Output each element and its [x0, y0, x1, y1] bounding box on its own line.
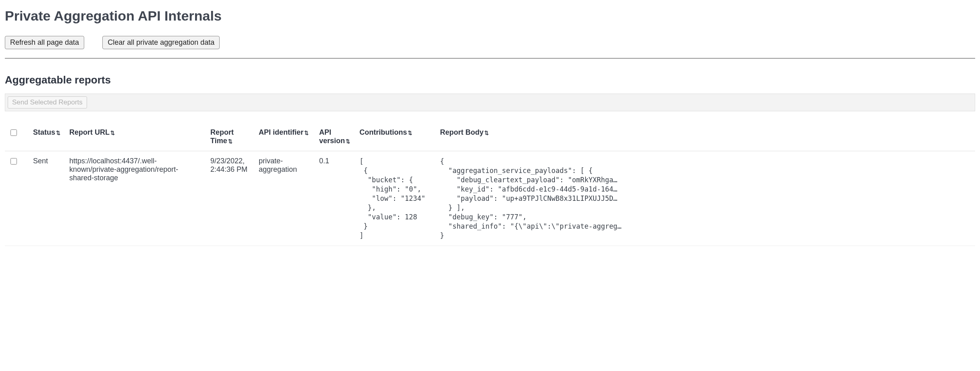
toolbar: Refresh all page data Clear all private …	[5, 36, 975, 49]
clear-data-button[interactable]: Clear all private aggregation data	[102, 36, 220, 49]
col-api-version[interactable]: API version⇅	[315, 123, 355, 151]
sort-icon: ⇅	[228, 138, 233, 144]
col-report-body-label: Report Body	[440, 128, 484, 136]
cell-report-time: 9/23/2022, 2:44:36 PM	[206, 151, 255, 246]
cell-report-url: https://localhost:4437/.well-known/priva…	[65, 151, 206, 246]
contributions-pre: [ { "bucket": { "high": "0", "low": "123…	[359, 157, 432, 240]
col-contributions[interactable]: Contributions⇅	[355, 123, 436, 151]
cell-api-version: 0.1	[315, 151, 355, 246]
cell-contributions: [ { "bucket": { "high": "0", "low": "123…	[355, 151, 436, 246]
select-all-checkbox[interactable]	[10, 129, 17, 136]
sort-icon: ⇅	[56, 130, 60, 136]
col-api-identifier[interactable]: API identifier⇅	[255, 123, 315, 151]
reports-heading: Aggregatable reports	[5, 74, 975, 86]
sort-icon: ⇅	[484, 130, 489, 136]
cell-status: Sent	[29, 151, 65, 246]
col-report-url[interactable]: Report URL⇅	[65, 123, 206, 151]
sort-icon: ⇅	[304, 130, 309, 136]
col-api-version-label: API version	[319, 128, 345, 145]
col-contributions-label: Contributions	[359, 128, 407, 136]
col-report-url-label: Report URL	[69, 128, 110, 136]
select-all-header	[5, 123, 29, 151]
sort-icon: ⇅	[408, 130, 412, 136]
cell-api-identifier: private-aggregation	[255, 151, 315, 246]
send-selected-button[interactable]: Send Selected Reports	[8, 96, 87, 108]
col-status[interactable]: Status⇅	[29, 123, 65, 151]
sort-icon: ⇅	[346, 138, 350, 144]
divider	[5, 58, 975, 58]
col-status-label: Status	[33, 128, 55, 136]
col-report-time[interactable]: Report Time⇅	[206, 123, 255, 151]
cell-report-body: { "aggregation_service_payloads": [ { "d…	[436, 151, 975, 246]
sort-icon: ⇅	[110, 130, 115, 136]
send-row: Send Selected Reports	[5, 94, 975, 111]
refresh-button[interactable]: Refresh all page data	[5, 36, 84, 49]
col-report-body[interactable]: Report Body⇅	[436, 123, 975, 151]
report-body-pre: { "aggregation_service_payloads": [ { "d…	[440, 157, 971, 240]
col-api-identifier-label: API identifier	[259, 128, 303, 136]
table-row: Sent https://localhost:4437/.well-known/…	[5, 151, 975, 246]
row-checkbox[interactable]	[10, 158, 17, 165]
page-title: Private Aggregation API Internals	[5, 8, 975, 24]
reports-table: Status⇅ Report URL⇅ Report Time⇅ API ide…	[5, 123, 975, 246]
